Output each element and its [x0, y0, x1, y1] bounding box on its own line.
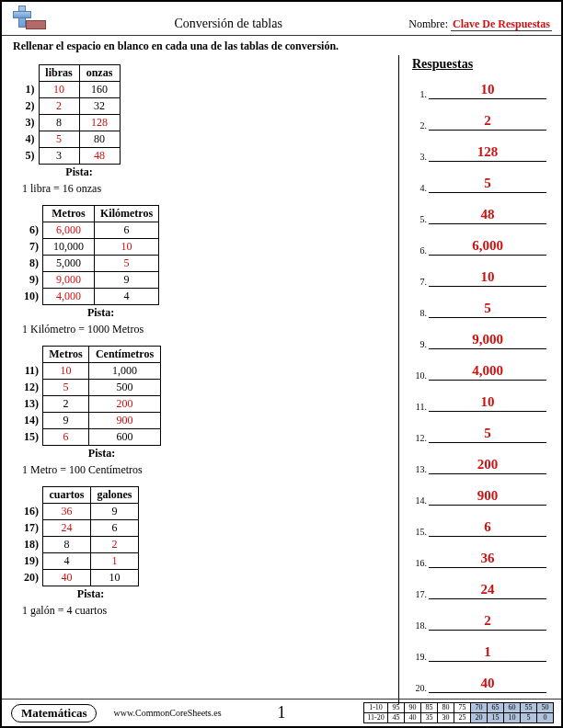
column-header: Metros: [43, 206, 95, 222]
tables-column: librasonzas1)101602)2323)81284)5805)348P…: [13, 55, 399, 704]
answer-cell: 5: [43, 380, 89, 396]
row-number: 1): [18, 82, 39, 98]
score-cell: 85: [421, 703, 438, 713]
column-header: onzas: [79, 65, 120, 82]
answer-row: 8.5: [412, 298, 552, 318]
answer-row: 3.128: [412, 142, 552, 162]
answer-number: 19.: [412, 652, 429, 662]
answer-value: 24: [429, 582, 546, 599]
value-cell: 80: [79, 131, 120, 148]
answer-number: 10.: [412, 370, 429, 381]
answer-value: 5: [429, 301, 546, 318]
answer-cell: 40: [43, 570, 91, 586]
score-cell: 5: [521, 713, 537, 723]
answer-value: 36: [429, 551, 546, 568]
answer-number: 11.: [412, 402, 429, 412]
answers-title: Respuestas: [412, 57, 552, 72]
value-cell: 10: [91, 570, 139, 586]
answer-row: 2.2: [412, 110, 552, 131]
answer-cell: 1: [91, 553, 139, 570]
answer-row: 6.6,000: [412, 235, 552, 256]
conversion-table: MetrosCentímetros11)101,00012)550013)220…: [18, 346, 398, 461]
value-cell: 600: [89, 429, 161, 446]
answer-number: 16.: [412, 558, 429, 568]
answer-value: 10: [429, 394, 546, 412]
pista-label: Pista:: [43, 586, 139, 603]
answer-cell: 5: [39, 131, 79, 148]
answer-number: 8.: [412, 308, 429, 318]
value-cell: 10,000: [43, 239, 95, 256]
score-cell: 90: [405, 703, 421, 713]
answer-value: 128: [429, 144, 546, 162]
value-cell: 5,000: [43, 256, 95, 272]
hint-text: 1 libra = 16 onzas: [22, 182, 398, 196]
answer-cell: 9,000: [43, 272, 95, 289]
value-cell: 9: [95, 272, 159, 289]
answer-number: 3.: [412, 152, 429, 162]
row-number: 8): [18, 256, 43, 272]
answer-cell: 5: [95, 256, 159, 272]
row-number: 2): [18, 98, 39, 115]
pista-label: Pista:: [39, 165, 120, 181]
score-cell: 45: [388, 713, 405, 723]
site-url: www.CommonCoreSheets.es: [113, 708, 221, 718]
value-cell: 4: [95, 289, 159, 305]
column-header: Kilómetros: [95, 206, 159, 222]
row-number: 19): [18, 553, 43, 570]
answer-cell: 10: [39, 82, 79, 98]
name-value: Clave De Respuestas: [451, 17, 552, 31]
row-number: 12): [18, 380, 43, 396]
row-number: 18): [18, 537, 43, 553]
answer-value: 9,000: [429, 332, 546, 349]
value-cell: 1,000: [89, 363, 161, 380]
answer-number: 7.: [412, 277, 429, 287]
answer-row: 12.5: [412, 423, 552, 443]
conversion-table: MetrosKilómetros6)6,00067)10,000108)5,00…: [18, 205, 398, 321]
name-block: Nombre: Clave De Respuestas: [408, 17, 552, 33]
answer-cell: 6,000: [43, 222, 95, 239]
pista-label: Pista:: [43, 305, 159, 322]
answer-value: 1: [429, 644, 546, 662]
answer-row: 4.5: [412, 173, 552, 193]
answer-value: 6: [429, 519, 546, 537]
answer-cell: 24: [43, 520, 91, 537]
row-number: 14): [18, 413, 43, 429]
brick-icon: [26, 20, 46, 29]
score-cell: 15: [488, 713, 504, 723]
value-cell: 6: [95, 222, 159, 239]
hint-text: 1 Kilómetro = 1000 Metros: [22, 323, 398, 336]
row-number: 11): [18, 363, 43, 380]
row-number: 17): [18, 520, 43, 537]
answer-row: 16.36: [412, 548, 552, 568]
row-number: 9): [18, 272, 43, 289]
name-label: Nombre:: [408, 17, 448, 30]
answer-row: 19.1: [412, 642, 552, 662]
answer-cell: 128: [79, 115, 120, 131]
answer-row: 14.900: [412, 485, 552, 506]
header: Conversión de tablas Nombre: Clave De Re…: [2, 2, 561, 36]
answer-cell: 4,000: [43, 289, 95, 305]
column-header: cuartos: [43, 487, 91, 504]
answer-row: 1.10: [412, 79, 552, 99]
value-cell: 9: [91, 504, 139, 520]
answer-value: 10: [429, 269, 546, 287]
column-header: galones: [91, 487, 139, 504]
answer-cell: 48: [79, 148, 120, 165]
answer-number: 1.: [412, 89, 429, 99]
score-cell: 10: [504, 713, 521, 723]
answer-row: 11.10: [412, 392, 552, 412]
answer-number: 6.: [412, 245, 429, 256]
answer-number: 9.: [412, 339, 429, 349]
answer-row: 15.6: [412, 517, 552, 537]
answer-row: 10.4,000: [412, 360, 552, 381]
answer-value: 48: [429, 207, 546, 224]
score-range-label: 1-10: [364, 703, 388, 713]
column-header: Centímetros: [89, 347, 161, 363]
answer-number: 18.: [412, 620, 429, 631]
row-number: 10): [18, 289, 43, 305]
score-cell: 20: [471, 713, 488, 723]
answer-number: 13.: [412, 464, 429, 474]
score-grid: 1-109590858075706560555011-2045403530252…: [363, 702, 554, 723]
row-number: 7): [18, 239, 43, 256]
value-cell: 32: [79, 98, 120, 115]
